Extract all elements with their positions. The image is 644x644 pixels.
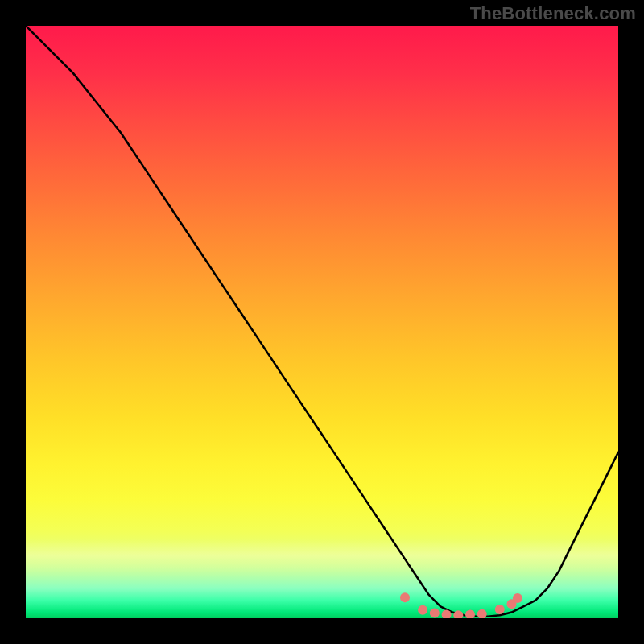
bottleneck-curve (26, 26, 618, 617)
trough-dot (513, 593, 522, 603)
trough-dot (400, 592, 410, 602)
chart-frame: TheBottleneck.com (0, 0, 644, 644)
trough-dot (477, 609, 487, 618)
plot-area (26, 26, 618, 618)
trough-dot (418, 605, 427, 615)
trough-dot (453, 610, 463, 618)
curve-layer (26, 26, 618, 618)
trough-dot (465, 610, 475, 618)
trough-dot (430, 608, 440, 617)
watermark-text: TheBottleneck.com (470, 3, 636, 24)
trough-dot (495, 605, 505, 614)
